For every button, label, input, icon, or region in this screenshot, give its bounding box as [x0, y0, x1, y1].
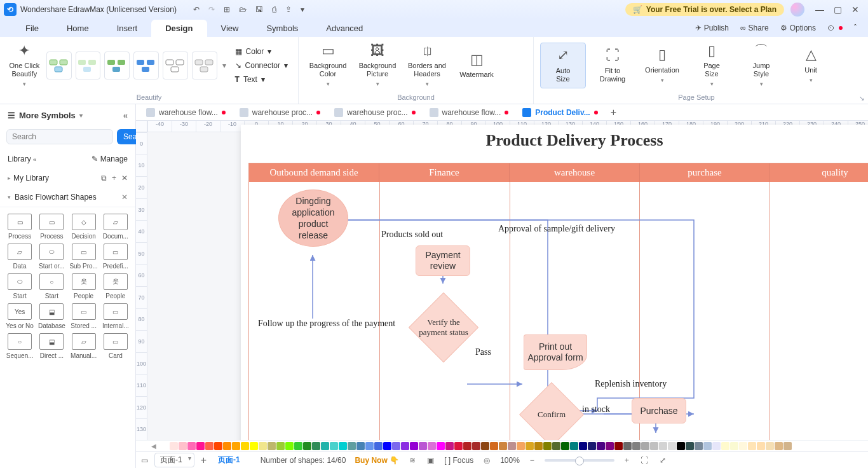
trial-banner[interactable]: 🛒 Your Free Trial is over. Select a Plan — [625, 3, 784, 16]
color-swatch[interactable] — [383, 442, 391, 450]
color-swatch[interactable] — [276, 442, 285, 450]
minimize-button[interactable]: — — [811, 4, 829, 15]
qat-more-icon[interactable]: ▾ — [301, 5, 304, 14]
color-swatch[interactable] — [410, 442, 418, 450]
color-swatch[interactable] — [632, 442, 641, 450]
shape-item[interactable]: ▭Sub Pro... — [69, 244, 98, 270]
color-swatch[interactable] — [170, 442, 178, 450]
color-swatch[interactable] — [223, 442, 231, 450]
label-follow-up[interactable]: Follow up the progress of the payment — [258, 319, 395, 329]
color-swatch[interactable] — [348, 442, 356, 450]
user-avatar[interactable] — [790, 3, 804, 17]
color-swatch[interactable] — [321, 442, 329, 450]
node-payment-review[interactable]: Payment review — [416, 245, 470, 276]
color-swatch[interactable] — [641, 442, 649, 450]
color-swatch[interactable] — [703, 442, 712, 450]
color-swatch[interactable] — [748, 442, 756, 450]
library-label[interactable]: Library « — [8, 155, 36, 163]
color-swatch[interactable] — [214, 442, 222, 450]
color-swatch[interactable] — [196, 442, 205, 450]
color-swatch[interactable] — [303, 442, 311, 450]
color-swatch[interactable] — [232, 442, 240, 450]
color-swatch[interactable] — [294, 442, 302, 450]
color-swatch[interactable] — [392, 442, 400, 450]
color-swatch[interactable] — [339, 442, 347, 450]
label-in-stock[interactable]: in stock — [582, 404, 610, 415]
color-swatch[interactable] — [757, 442, 765, 450]
color-swatch[interactable] — [285, 442, 294, 450]
canvas-viewport[interactable]: -40-30-20-100102030405060708090100110120… — [136, 121, 868, 440]
shape-item[interactable]: ▱Manual... — [69, 333, 98, 359]
page-tab-active[interactable]: 页面-1 — [213, 453, 245, 467]
shape-item[interactable]: YesYes or No — [5, 303, 34, 329]
zoom-out-icon[interactable]: − — [529, 456, 536, 465]
color-swatch[interactable] — [686, 442, 694, 450]
document-tab[interactable]: warehouse flow... — [423, 106, 515, 120]
publish-button[interactable]: ✈ Publish — [695, 24, 729, 32]
node-confirm[interactable]: Confirm — [529, 392, 574, 437]
color-swatch[interactable] — [534, 442, 543, 450]
color-swatch[interactable] — [330, 442, 338, 450]
color-swatch[interactable] — [695, 442, 703, 450]
my-library-item[interactable]: My Library — [13, 174, 49, 182]
color-swatch[interactable] — [374, 442, 383, 450]
color-swatch[interactable] — [312, 442, 320, 450]
collapse-ribbon-icon[interactable]: ˆ — [854, 24, 857, 32]
swimlane-header[interactable]: purchase — [640, 163, 770, 182]
drawing-page[interactable]: Product Delivery Process Outbound demand… — [241, 125, 868, 440]
library-pin-icon[interactable]: ⧉ — [101, 174, 107, 182]
menu-advanced[interactable]: Advanced — [312, 20, 377, 37]
color-swatch[interactable] — [650, 442, 658, 450]
color-swatch[interactable] — [428, 442, 436, 450]
watermark-button[interactable]: ◫Watermark — [454, 43, 499, 88]
text-dropdown[interactable]: TText ▾ — [235, 75, 288, 84]
swimlane-header[interactable]: quality — [770, 163, 868, 182]
color-swatch[interactable] — [419, 442, 427, 450]
color-swatch[interactable] — [614, 442, 623, 450]
color-swatch[interactable] — [712, 442, 721, 450]
undo-icon[interactable]: ↶ — [193, 5, 200, 14]
new-icon[interactable]: ⊞ — [224, 5, 230, 14]
presentation-icon[interactable]: ▣ — [426, 456, 435, 465]
color-swatch[interactable] — [241, 442, 249, 450]
node-purchase[interactable]: Purchase — [632, 398, 686, 423]
label-approval[interactable]: Approval of sample/gift delivery — [498, 224, 615, 234]
swimlane-header[interactable]: Finance — [379, 163, 510, 182]
color-swatch[interactable] — [472, 442, 480, 450]
open-icon[interactable]: 🗁 — [239, 5, 247, 14]
color-swatch[interactable] — [356, 442, 365, 450]
color-swatch[interactable] — [552, 442, 560, 450]
options-button[interactable]: ⚙ Options — [780, 24, 816, 32]
node-print-approval[interactable]: Print out Approval form — [524, 334, 587, 370]
shape-section-title[interactable]: Basic Flowchart Shapes — [15, 193, 97, 202]
color-swatch[interactable] — [561, 442, 569, 450]
color-swatch[interactable] — [775, 442, 783, 450]
color-swatch[interactable] — [730, 442, 738, 450]
color-swatch[interactable] — [783, 442, 792, 450]
redo-icon[interactable]: ↷ — [208, 5, 215, 14]
add-page-button[interactable]: + — [201, 455, 207, 466]
layers-icon[interactable]: ≋ — [408, 456, 417, 465]
color-swatch[interactable] — [570, 442, 578, 450]
color-swatch[interactable] — [739, 442, 747, 450]
color-swatch[interactable] — [543, 442, 552, 450]
fullscreen-icon[interactable]: ⤢ — [658, 456, 667, 465]
shape-item[interactable]: ○Sequen... — [5, 333, 34, 359]
auto-size-button[interactable]: ⤢Auto Size — [540, 43, 586, 88]
fit-page-icon[interactable]: ◎ — [482, 456, 491, 465]
document-tab[interactable]: warehouse proc... — [233, 106, 327, 120]
color-swatch[interactable] — [490, 442, 498, 450]
shape-section-close-icon[interactable]: ✕ — [121, 193, 128, 202]
document-tab[interactable]: Product Deliv... — [516, 106, 604, 120]
shape-item[interactable]: ▭Card — [101, 333, 130, 359]
one-click-beautify-button[interactable]: ✦ One Click Beautify ▾ — [6, 43, 43, 88]
menu-home[interactable]: Home — [53, 20, 103, 37]
collapse-panel-icon[interactable]: « — [123, 111, 128, 120]
buy-now-link[interactable]: Buy Now 👇 — [355, 456, 399, 465]
shape-item[interactable]: ▭Internal... — [101, 303, 130, 329]
color-swatch[interactable] — [508, 442, 516, 450]
shape-item[interactable]: ◇Decision — [69, 214, 98, 240]
node-verify-payment[interactable]: Verify the payment status — [419, 303, 468, 352]
color-swatch[interactable] — [766, 442, 774, 450]
theme-swatch-5[interactable] — [163, 52, 188, 79]
